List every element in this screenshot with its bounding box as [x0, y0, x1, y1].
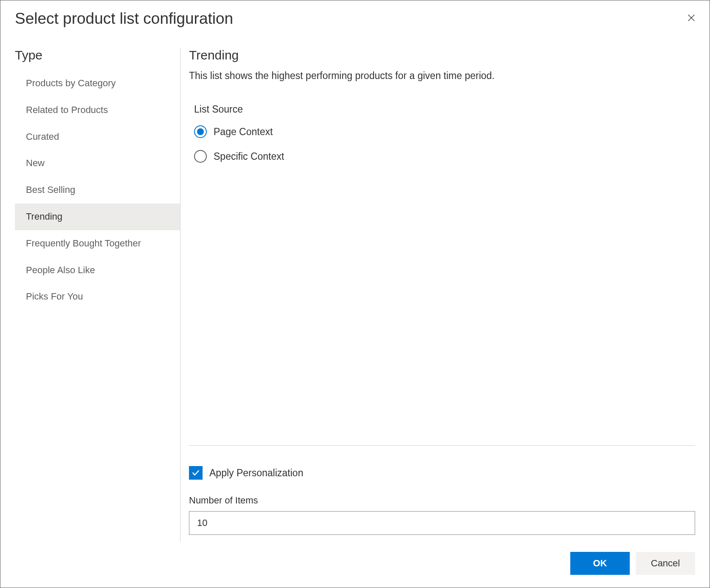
type-sidebar: Type Products by Category Related to Pro…	[15, 48, 180, 542]
dialog-header: Select product list configuration	[0, 0, 710, 35]
sidebar-item-products-by-category[interactable]: Products by Category	[15, 70, 180, 97]
list-source-label: List Source	[189, 104, 695, 115]
radio-page-context[interactable]: Page Context	[194, 125, 695, 138]
bottom-section: Apply Personalization Number of Items	[189, 445, 695, 542]
checkbox-checked-icon	[189, 466, 203, 480]
close-icon	[687, 13, 696, 23]
sidebar-list: Products by Category Related to Products…	[15, 70, 180, 310]
sidebar-item-frequently-bought-together[interactable]: Frequently Bought Together	[15, 230, 180, 257]
sidebar-item-related-to-products[interactable]: Related to Products	[15, 97, 180, 124]
close-button[interactable]	[683, 10, 699, 26]
sidebar-item-curated[interactable]: Curated	[15, 124, 180, 150]
spacer	[189, 175, 695, 445]
sidebar-item-picks-for-you[interactable]: Picks For You	[15, 283, 180, 310]
main-title: Trending	[189, 48, 695, 62]
dialog-title: Select product list configuration	[15, 10, 233, 28]
main-panel: Trending This list shows the highest per…	[180, 48, 695, 542]
radio-label: Page Context	[214, 126, 273, 138]
main-description: This list shows the highest performing p…	[189, 70, 695, 82]
radio-icon	[194, 125, 207, 138]
sidebar-item-people-also-like[interactable]: People Also Like	[15, 257, 180, 284]
sidebar-title: Type	[15, 48, 180, 62]
sidebar-item-best-selling[interactable]: Best Selling	[15, 177, 180, 204]
select-product-list-dialog: Select product list configuration Type P…	[0, 0, 710, 588]
number-of-items-input[interactable]	[189, 511, 695, 535]
dialog-body: Type Products by Category Related to Pro…	[0, 35, 710, 542]
cancel-button[interactable]: Cancel	[636, 552, 695, 575]
ok-button[interactable]: OK	[570, 552, 630, 575]
apply-personalization-checkbox[interactable]: Apply Personalization	[189, 466, 695, 480]
checkbox-label: Apply Personalization	[209, 467, 303, 479]
radio-specific-context[interactable]: Specific Context	[194, 150, 695, 163]
sidebar-item-new[interactable]: New	[15, 150, 180, 177]
sidebar-item-trending[interactable]: Trending	[15, 204, 180, 230]
list-source-radio-group: Page Context Specific Context	[189, 125, 695, 175]
dialog-footer: OK Cancel	[0, 542, 710, 588]
radio-label: Specific Context	[214, 151, 284, 162]
radio-icon	[194, 150, 207, 163]
number-of-items-label: Number of Items	[189, 495, 695, 506]
